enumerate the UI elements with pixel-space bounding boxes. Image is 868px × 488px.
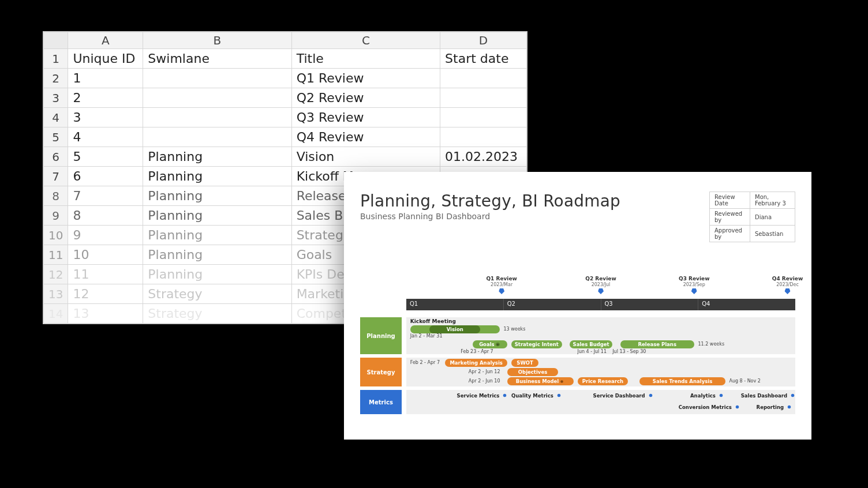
milestone-q4[interactable]: Q4 Review 2023/Dec [772,276,803,294]
chip-label: Conversion Metrics [679,404,732,410]
lane-label-strategy[interactable]: Strategy [360,358,402,386]
cell[interactable] [143,108,291,127]
cell[interactable]: Strategy [143,304,291,324]
task-trends-bar[interactable]: Sales Trends Analysis [639,377,725,385]
cell[interactable]: 11 [68,265,143,284]
task-marketing-bar[interactable]: Marketing Analysis [445,359,507,367]
cell[interactable]: Planning [143,167,291,186]
cell[interactable] [440,88,527,108]
cell[interactable] [143,88,291,108]
metric-conversion[interactable]: Conversion Metrics [679,404,740,410]
row-header[interactable]: 12 [44,265,68,284]
cell[interactable]: Planning [143,226,291,245]
cell[interactable]: Q1 Review [291,69,440,88]
row-header[interactable]: 2 [44,69,68,88]
quarter-cell[interactable]: Q1 [406,299,503,310]
row-header[interactable]: 10 [44,226,68,245]
cell[interactable]: Planning [143,206,291,226]
cell[interactable]: 9 [68,226,143,245]
cell[interactable]: 4 [68,127,143,147]
gear-icon [559,378,565,385]
quarter-cell[interactable]: Q3 [601,299,698,310]
roadmap-header: Planning, Strategy, BI Roadmap Business … [360,192,795,242]
task-objectives-bar[interactable]: Objectives [507,368,558,376]
cell[interactable] [440,127,527,147]
row-header[interactable]: 5 [44,127,68,147]
cell[interactable]: Planning [143,186,291,206]
milestone-q2[interactable]: Q2 Review 2023/Jul [585,276,616,294]
metric-quality[interactable]: Quality Metrics [511,392,562,399]
cell[interactable]: 2 [68,88,143,108]
metric-svc-dash[interactable]: Service Dashboard [593,392,654,399]
cell[interactable]: 3 [68,108,143,127]
column-header-a[interactable]: A [68,32,143,49]
roadmap-meta-table: Review DateMon, February 3 Reviewed byDi… [709,192,795,242]
row-header[interactable]: 11 [44,245,68,265]
cell[interactable]: 5 [68,147,143,167]
cell[interactable]: 10 [68,245,143,265]
cell[interactable]: Title [291,49,440,69]
milestone-name: Q1 Review [486,276,517,281]
task-bm-bar[interactable]: Business Model [507,377,574,385]
row-header[interactable]: 7 [44,167,68,186]
row-header[interactable]: 6 [44,147,68,167]
cell[interactable]: Vision [291,147,440,167]
bar-label: Business Model [516,378,559,384]
row-header[interactable]: 1 [44,49,68,69]
row-header[interactable]: 14 [44,304,68,324]
metric-service[interactable]: Service Metrics [457,392,508,399]
milestone-flag-icon [785,288,791,294]
row-header[interactable]: 3 [44,88,68,108]
roadmap-timeline: Q1 Review 2023/Mar Q2 Review 2023/Jul Q3… [360,276,795,414]
column-header-d[interactable]: D [440,32,527,49]
task-vision-bar[interactable]: Vision [429,325,480,333]
metric-reporting[interactable]: Reporting [757,404,793,410]
quarter-cell[interactable]: Q2 [503,299,601,310]
cell[interactable]: 6 [68,167,143,186]
cell[interactable]: 7 [68,186,143,206]
row-header[interactable]: 13 [44,284,68,304]
cell[interactable]: Q4 Review [291,127,440,147]
cell[interactable]: 13 [68,304,143,324]
cell[interactable]: Strategy [143,284,291,304]
cell[interactable] [440,69,527,88]
task-budget-bar[interactable]: Sales Budget [570,340,612,348]
cell[interactable] [143,69,291,88]
row-header[interactable]: 4 [44,108,68,127]
cell[interactable]: 1 [68,69,143,88]
task-release-bar[interactable]: Release Plans [620,340,694,348]
cell[interactable]: Q3 Review [291,108,440,127]
task-goals-bar[interactable]: Goals [473,340,508,348]
cell[interactable]: 12 [68,284,143,304]
meta-label: Reviewed by [710,209,750,226]
task-swot-bar[interactable]: SWOT [511,359,538,367]
column-header-c[interactable]: C [291,32,440,49]
task-intent-bar[interactable]: Strategic Intent [511,340,562,348]
cell[interactable] [440,108,527,127]
cell[interactable]: Q2 Review [291,88,440,108]
gear-icon [495,341,501,348]
lane-label-planning[interactable]: Planning [360,317,402,354]
cell[interactable]: Swimlane [143,49,291,69]
quarter-cell[interactable]: Q4 [698,299,795,310]
row-header[interactable]: 8 [44,186,68,206]
milestone-row: Q1 Review 2023/Mar Q2 Review 2023/Jul Q3… [406,276,795,299]
task-budget-dates: Jul 13 - Sep 30 [612,349,646,354]
select-all-corner[interactable] [44,32,68,49]
cell[interactable]: Planning [143,245,291,265]
lane-label-metrics[interactable]: Metrics [360,390,402,414]
metric-analytics[interactable]: Analytics [690,392,724,399]
cell[interactable]: Start date [440,49,527,69]
task-price-bar[interactable]: Price Research [578,377,628,385]
metric-sales-dash[interactable]: Sales Dashboard [741,392,796,399]
row-header[interactable]: 9 [44,206,68,226]
cell[interactable]: Planning [143,147,291,167]
cell[interactable]: Planning [143,265,291,284]
cell[interactable]: 8 [68,206,143,226]
milestone-q3[interactable]: Q3 Review 2023/Sep [679,276,709,294]
cell[interactable]: 01.02.2023 [440,147,527,167]
cell[interactable]: Unique ID [68,49,143,69]
cell[interactable] [143,127,291,147]
milestone-q1[interactable]: Q1 Review 2023/Mar [486,276,517,294]
column-header-b[interactable]: B [143,32,291,49]
